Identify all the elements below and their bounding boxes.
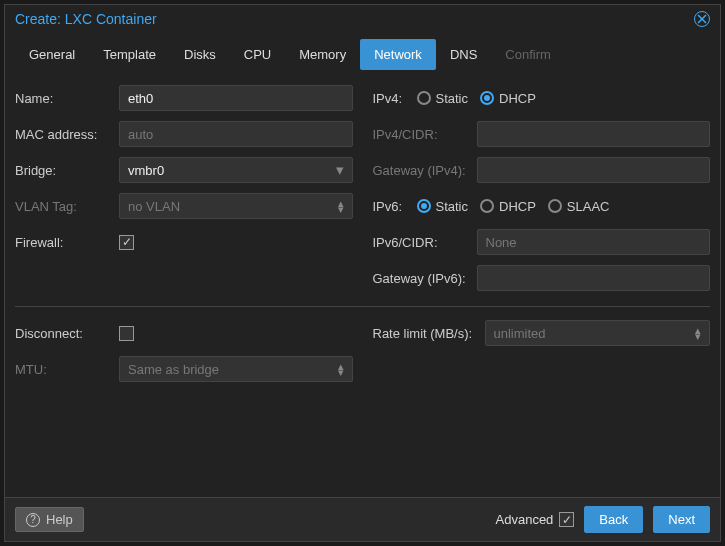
ipv6-slaac-radio[interactable]: SLAAC [548, 199, 610, 214]
tab-confirm: Confirm [491, 39, 565, 70]
disconnect-label: Disconnect: [15, 326, 119, 341]
mac-input[interactable] [119, 121, 353, 147]
firewall-checkbox[interactable] [119, 235, 134, 250]
titlebar: Create: LXC Container [5, 5, 720, 33]
footer: ? Help Advanced Back Next [5, 497, 720, 541]
ipv4cidr-input[interactable] [477, 121, 711, 147]
advanced-checkbox[interactable] [559, 512, 574, 527]
help-button[interactable]: ? Help [15, 507, 84, 532]
rate-input[interactable]: unlimited ▴▾ [485, 320, 711, 346]
help-label: Help [46, 512, 73, 527]
ipv6cidr-input[interactable] [477, 229, 711, 255]
dialog-window: Create: LXC Container General Template D… [4, 4, 721, 542]
ipv4-label: IPv4: [373, 91, 417, 106]
gw4-input[interactable] [477, 157, 711, 183]
back-button[interactable]: Back [584, 506, 643, 533]
rate-placeholder: unlimited [494, 326, 546, 341]
spinner-icon: ▴▾ [338, 200, 344, 212]
ipv4cidr-label: IPv4/CIDR: [373, 127, 477, 142]
bridge-value: vmbr0 [128, 163, 164, 178]
vlan-placeholder: no VLAN [128, 199, 180, 214]
tab-dns[interactable]: DNS [436, 39, 491, 70]
ipv6-dhcp-radio[interactable]: DHCP [480, 199, 536, 214]
gw4-label: Gateway (IPv4): [373, 163, 477, 178]
form-body: Name: MAC address: Bridge: vmbr0 ▾ [5, 70, 720, 497]
help-icon: ? [26, 513, 40, 527]
tab-network[interactable]: Network [360, 39, 436, 70]
spinner-icon: ▴▾ [338, 363, 344, 375]
close-icon[interactable] [694, 11, 710, 27]
name-label: Name: [15, 91, 119, 106]
tab-general[interactable]: General [15, 39, 89, 70]
mtu-label: MTU: [15, 362, 119, 377]
tabs: General Template Disks CPU Memory Networ… [5, 33, 720, 70]
tab-cpu[interactable]: CPU [230, 39, 285, 70]
vlan-input[interactable]: no VLAN ▴▾ [119, 193, 353, 219]
gw6-label: Gateway (IPv6): [373, 271, 477, 286]
left-column: Name: MAC address: Bridge: vmbr0 ▾ [15, 84, 353, 292]
advanced-toggle[interactable]: Advanced [496, 512, 575, 527]
separator [15, 306, 710, 307]
tab-disks[interactable]: Disks [170, 39, 230, 70]
disconnect-checkbox[interactable] [119, 326, 134, 341]
vlan-label: VLAN Tag: [15, 199, 119, 214]
bridge-label: Bridge: [15, 163, 119, 178]
bridge-select[interactable]: vmbr0 ▾ [119, 157, 353, 183]
ipv4-static-radio[interactable]: Static [417, 91, 469, 106]
right-column: IPv4: Static DHCP IPv4/CIDR: Gateway (IP… [373, 84, 711, 292]
advanced-label: Advanced [496, 512, 554, 527]
tab-memory[interactable]: Memory [285, 39, 360, 70]
ipv6cidr-label: IPv6/CIDR: [373, 235, 477, 250]
mac-label: MAC address: [15, 127, 119, 142]
chevron-down-icon: ▾ [336, 161, 344, 179]
mtu-placeholder: Same as bridge [128, 362, 219, 377]
tab-template[interactable]: Template [89, 39, 170, 70]
gw6-input[interactable] [477, 265, 711, 291]
next-button[interactable]: Next [653, 506, 710, 533]
dialog-title: Create: LXC Container [15, 11, 157, 27]
name-input[interactable] [119, 85, 353, 111]
rate-label: Rate limit (MB/s): [373, 326, 485, 341]
ipv6-static-radio[interactable]: Static [417, 199, 469, 214]
firewall-label: Firewall: [15, 235, 119, 250]
ipv6-label: IPv6: [373, 199, 417, 214]
spinner-icon: ▴▾ [695, 327, 701, 339]
mtu-input[interactable]: Same as bridge ▴▾ [119, 356, 353, 382]
ipv4-dhcp-radio[interactable]: DHCP [480, 91, 536, 106]
